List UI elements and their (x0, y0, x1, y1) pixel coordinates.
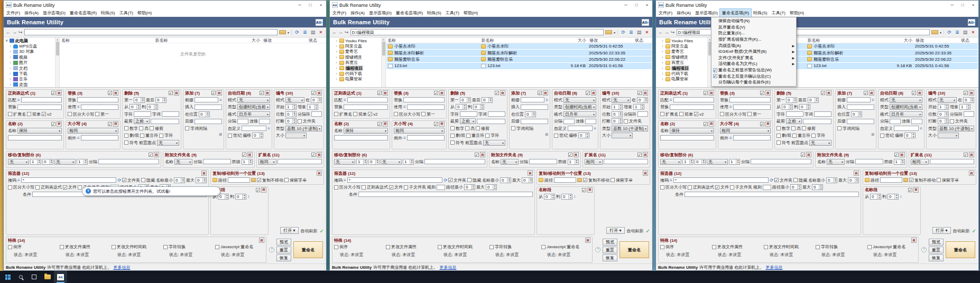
expander-icon[interactable]: › (335, 77, 338, 81)
replace-case-checkbox[interactable]: 区分大小写 (394, 111, 420, 117)
tree-item[interactable]: › 音乐 (5, 77, 54, 82)
name-mode-combo[interactable]: 保持▾ (670, 128, 714, 134)
copy-path-input[interactable] (228, 177, 250, 183)
regex-extension-checkbox[interactable]: 扩展名 (660, 111, 678, 117)
remove-first-spinner[interactable]: 0▴▾ (786, 97, 797, 103)
tree-item[interactable]: › 按键精灵 (331, 54, 381, 60)
move-count1-spinner[interactable]: 1▴▾ (682, 159, 694, 165)
add-prefix-input[interactable] (195, 97, 218, 102)
forward-icon[interactable]: → (12, 30, 17, 35)
filter-case-checkbox[interactable]: 区分大小写 (660, 184, 687, 190)
browse-folder-icon[interactable] (903, 178, 908, 182)
reset-panel-button[interactable]: R (528, 171, 533, 176)
filter-name-min-spinner[interactable]: 0▴▾ (174, 177, 185, 183)
list-icon[interactable]: ≡ (920, 126, 922, 131)
remove-symbols-checkbox[interactable]: 符号 (450, 140, 464, 146)
special-item-checkbox[interactable]: 更改文件属性 (60, 244, 90, 250)
number-incr-spinner[interactable]: 1▴▾ (959, 104, 970, 110)
segment-from-spinner[interactable]: 0▴▾ (544, 194, 555, 200)
filter-path-min-spinner[interactable]: 0▴▾ (464, 184, 475, 190)
filter-subfolders-checkbox[interactable]: 子文件夹 (404, 184, 426, 190)
panel-enable-checkbox[interactable] (108, 91, 112, 95)
folder-color-icon[interactable] (605, 30, 612, 34)
keep-string-checkbox[interactable]: 保留字串 (611, 177, 633, 183)
filter-case-checkbox[interactable]: 区分大小写 (334, 184, 360, 190)
reset-panel-button[interactable]: R (969, 152, 974, 157)
reset-panel-button[interactable]: R (259, 238, 264, 243)
remove-chars-input[interactable] (786, 111, 803, 117)
copy-path-input[interactable] (554, 177, 576, 183)
panel-enable-checkbox[interactable] (864, 91, 868, 95)
help-icon[interactable]: ? (269, 247, 274, 252)
folder-sep-input[interactable] (529, 159, 557, 164)
list-icon[interactable]: ≡ (344, 178, 346, 183)
reset-panel-button[interactable]: R (217, 90, 222, 96)
panel-enable-checkbox[interactable] (260, 91, 264, 95)
date-sep-input[interactable] (563, 119, 575, 124)
remove-to-spinner[interactable]: 0▴▾ (147, 104, 158, 110)
remove-last-spinner[interactable]: 0▴▾ (482, 97, 493, 103)
replace-input[interactable] (403, 97, 445, 102)
filter-rule-input[interactable] (437, 185, 445, 190)
move-mode1-combo[interactable]: 无▾ (334, 159, 355, 165)
menu-option[interactable]: 高级选项(A) ▶ (711, 42, 796, 49)
menu-item[interactable]: 显示选项(D) (693, 9, 720, 17)
list-icon[interactable]: ≡ (17, 178, 20, 183)
more-info-link[interactable]: 更多信息 (765, 265, 782, 270)
file-row[interactable]: 小笙去水印 小笙去水印 2025/5/31 0:42:55 (386, 43, 652, 49)
refresh-icon[interactable]: ⟳ (946, 30, 953, 35)
number-at-spinner[interactable]: 0▴▾ (963, 97, 974, 103)
add-at-pos-spinner[interactable]: 0▴▾ (199, 111, 210, 117)
remove-lead-dots-combo[interactable]: 无▾ (809, 140, 831, 146)
replace-with-input[interactable] (81, 105, 118, 110)
open-button[interactable]: 打开 ▾ (932, 227, 950, 234)
regex-match-input[interactable] (673, 97, 714, 102)
tree-item[interactable]: › 文档 (5, 65, 54, 71)
name-mode-combo[interactable]: 保持▾ (344, 128, 388, 134)
menu-item[interactable]: 操作(A) (674, 9, 693, 17)
column-modified[interactable]: 修改 (914, 37, 959, 43)
folder-level-spinner[interactable]: 1▴▾ (568, 159, 579, 165)
remove-digits-checkbox[interactable]: 数字 (776, 126, 790, 131)
more-info-link[interactable]: 更多信息 (113, 265, 130, 270)
extension-mode-combo[interactable]: 相同▾ (911, 159, 929, 165)
tree-item[interactable]: › 按键精灵 (657, 54, 707, 60)
expander-icon[interactable]: › (335, 67, 338, 70)
keep-string-checkbox[interactable]: 保留字串 (284, 177, 307, 183)
remove-double-checkbox[interactable]: 删/双 (124, 133, 139, 138)
number-type-combo[interactable]: 基数 10 (十进制)▾ (612, 126, 648, 131)
move-count1-spinner[interactable]: 1▴▾ (30, 159, 41, 165)
number-start-spinner[interactable]: 1▴▾ (612, 104, 623, 110)
remove-symbols-checkbox[interactable]: 符号 (124, 140, 138, 146)
column-status[interactable]: 状态 (307, 37, 326, 43)
expander-icon[interactable]: › (661, 44, 664, 48)
regex-match-input[interactable] (347, 97, 388, 102)
special-item-checkbox[interactable]: 更改文件时间戳 (438, 244, 473, 250)
date-sep-input[interactable] (237, 119, 248, 124)
filter-rule-input[interactable] (763, 185, 771, 190)
maximize-button[interactable]: □ (631, 1, 642, 10)
clear-selection-icon[interactable]: × (318, 30, 324, 35)
menu-item[interactable]: 重命名选项(R) (720, 9, 751, 17)
special-item-checkbox[interactable]: 字符转换 (816, 244, 838, 250)
column-new-name[interactable]: 新名称 (479, 37, 561, 43)
regex-simple-checkbox[interactable]: 简单 (27, 111, 41, 117)
expander-icon[interactable]: › (661, 50, 664, 53)
expander-icon[interactable]: › (661, 77, 664, 81)
replace-with-input[interactable] (733, 105, 771, 110)
extension-mode-combo[interactable]: 相同▾ (258, 159, 276, 165)
date-seg-input[interactable] (585, 119, 596, 124)
move-count3-spinner[interactable]: 1▴▾ (729, 159, 740, 165)
list-icon[interactable]: ≡ (670, 178, 672, 183)
add-at-pos-spinner[interactable]: 0▴▾ (525, 111, 536, 117)
list-icon[interactable]: ≡ (670, 98, 672, 102)
expander-icon[interactable]: › (661, 39, 664, 43)
copy-not-move-checkbox[interactable]: 复制不移动 (909, 177, 936, 183)
replace-case-checkbox[interactable]: 区分大小写 (68, 111, 94, 117)
titlebar[interactable]: AB Bulk Rename Utility ─ □ × (4, 1, 326, 10)
remove-chars-checkbox[interactable]: 字符 (485, 133, 499, 138)
move-count3-spinner[interactable]: 1▴▾ (77, 159, 88, 165)
tree-item[interactable]: › 视频 (5, 54, 54, 60)
reset-panel-button[interactable]: R (439, 121, 445, 127)
scrollbar-thumb[interactable] (382, 42, 385, 55)
